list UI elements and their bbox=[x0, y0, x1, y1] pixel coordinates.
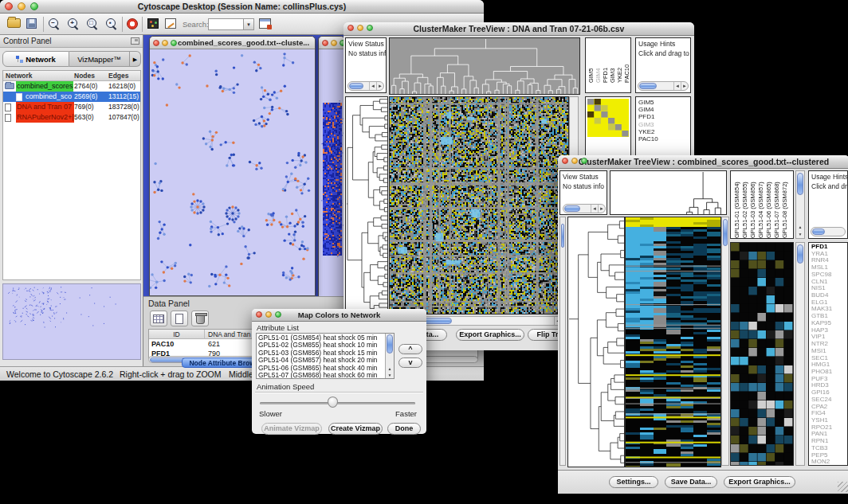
network-view2-canvas[interactable] bbox=[319, 49, 344, 300]
zoom-fit-icon[interactable]: □ bbox=[87, 18, 99, 30]
search-dropdown-button[interactable]: ▼ bbox=[244, 18, 254, 30]
map-dialog-titlebar[interactable]: Map Colors to Network bbox=[252, 309, 426, 322]
tv2-heatmap-vscrollbar[interactable] bbox=[721, 217, 729, 466]
minimize-button[interactable] bbox=[571, 158, 578, 164]
network-overview-icon[interactable] bbox=[147, 18, 159, 29]
scroll-down-arrow[interactable]: ▼ bbox=[796, 232, 804, 236]
close-button[interactable] bbox=[256, 311, 262, 318]
zoom-button[interactable] bbox=[275, 311, 281, 318]
network-row[interactable]: RNAPuberNov2+|563(0)107847(0) bbox=[3, 112, 140, 123]
tv2-labels-vscrollbar[interactable]: ▲ ▼ bbox=[795, 170, 805, 239]
resize-grip[interactable] bbox=[838, 482, 848, 492]
network-row[interactable]: combined_scores_2764(0)16218(0) bbox=[3, 81, 140, 92]
zoom-button[interactable] bbox=[581, 158, 587, 164]
birdseye-canvas[interactable] bbox=[3, 284, 140, 359]
scrollbar-thumb[interactable] bbox=[639, 83, 657, 89]
scrollbar-thumb[interactable] bbox=[561, 224, 564, 248]
tv1-column-dendrogram[interactable] bbox=[389, 37, 580, 95]
network-row[interactable]: DNA and Tran 07769(0)183728(0) bbox=[3, 102, 140, 112]
network-table-header[interactable]: Network Nodes Edges bbox=[3, 71, 140, 81]
tab-overflow-arrow[interactable]: ▶ bbox=[130, 51, 141, 67]
scrollbar-thumb[interactable] bbox=[812, 229, 825, 235]
gene-list[interactable]: PFD1YRA1RNR4MSL1SPC98CLN1NIS1BUD4ELG1MAK… bbox=[811, 244, 847, 466]
tv1-heatmap[interactable] bbox=[389, 96, 569, 315]
scrollbar-thumb[interactable] bbox=[797, 173, 803, 195]
zoom-button[interactable] bbox=[30, 2, 38, 10]
network-view-titlebar[interactable]: combined_scores_good.txt--cluste... bbox=[150, 37, 315, 49]
attribute-list[interactable]: GPL51-01 (GSM854) heat shock 05 minGPL51… bbox=[256, 333, 395, 379]
scroll-down-arrow[interactable]: ▼ bbox=[386, 373, 394, 377]
tv2-status-hscrollbar[interactable]: ◄ ► bbox=[563, 204, 606, 213]
tv1-export-graphics-button[interactable]: Export Graphics... bbox=[456, 329, 524, 341]
zoom-button[interactable] bbox=[171, 40, 177, 46]
scrollbar-thumb[interactable] bbox=[349, 83, 363, 89]
close-button[interactable] bbox=[153, 40, 159, 46]
help-lifesaver-icon[interactable] bbox=[127, 18, 138, 29]
tv2-zoom-heatmap[interactable] bbox=[731, 243, 793, 465]
annotation-icon[interactable] bbox=[165, 18, 176, 29]
close-button[interactable] bbox=[347, 25, 354, 31]
zoom-button[interactable] bbox=[367, 25, 373, 31]
network-birdseye-view[interactable] bbox=[2, 283, 141, 360]
scrollbar-thumb[interactable] bbox=[387, 334, 393, 354]
minimize-button[interactable] bbox=[331, 40, 337, 46]
network-row[interactable]: combined_sco2569(6)13112(15) bbox=[3, 92, 140, 102]
tv2-save-data-button[interactable]: Save Data... bbox=[665, 476, 717, 488]
zoom-selected-icon[interactable]: ▪ bbox=[106, 18, 118, 30]
new-attribute-button[interactable] bbox=[171, 311, 188, 326]
gene-label[interactable]: MON2 bbox=[811, 459, 847, 466]
scrollbar-thumb[interactable] bbox=[564, 205, 580, 212]
tv1-usage-hscrollbar[interactable]: ◄ ► bbox=[638, 81, 689, 91]
tv1-row-dendrogram[interactable] bbox=[345, 96, 388, 315]
scroll-left-arrow[interactable]: ◄ bbox=[369, 82, 376, 90]
scroll-up-arrow[interactable]: ▲ bbox=[796, 225, 804, 229]
tv2-export-graphics-button[interactable]: Export Graphics... bbox=[724, 476, 795, 488]
scrollbar-thumb[interactable] bbox=[723, 219, 728, 246]
close-button[interactable] bbox=[5, 2, 13, 10]
float-panel-icon[interactable] bbox=[131, 37, 139, 45]
attribute-item[interactable]: GPL51-07 (GSM868) heat shock 60 min bbox=[258, 372, 384, 379]
scroll-up-arrow[interactable]: ▲ bbox=[386, 366, 394, 371]
minimize-button[interactable] bbox=[18, 2, 26, 10]
treeview2-titlebar[interactable]: ClusterMaker TreeView : combined_scores_… bbox=[558, 155, 848, 169]
tv1-zoom-heatmap[interactable] bbox=[587, 99, 629, 137]
close-button[interactable] bbox=[562, 158, 568, 164]
move-up-button[interactable]: ^ bbox=[398, 344, 422, 354]
tv1-status-hscrollbar[interactable]: ◄ ► bbox=[347, 81, 384, 91]
attribute-select-button[interactable] bbox=[150, 311, 167, 326]
tv2-usage-hscrollbar[interactable] bbox=[811, 227, 846, 236]
slider-thumb[interactable] bbox=[328, 397, 338, 408]
close-button[interactable] bbox=[322, 40, 328, 46]
scroll-left-arrow[interactable]: ◄ bbox=[591, 205, 598, 213]
minimize-button[interactable] bbox=[357, 25, 363, 31]
create-vizmap-button[interactable]: Create Vizmap bbox=[328, 423, 383, 435]
network-view2-titlebar[interactable] bbox=[319, 37, 344, 49]
tab-network[interactable]: Network bbox=[2, 51, 69, 67]
scrollbar-thumb[interactable] bbox=[797, 244, 803, 264]
animate-vizmap-button[interactable]: Animate Vizmap bbox=[261, 423, 322, 435]
minimize-button[interactable] bbox=[162, 40, 168, 46]
done-button[interactable]: Done bbox=[387, 423, 421, 435]
search-input[interactable] bbox=[208, 18, 244, 30]
attribute-list-vscrollbar[interactable]: ▲ ▼ bbox=[385, 334, 394, 378]
main-titlebar[interactable]: Cytoscape Desktop (Session Name: collins… bbox=[0, 0, 484, 14]
network-graph-canvas[interactable] bbox=[150, 49, 315, 295]
minimize-button[interactable] bbox=[265, 311, 272, 318]
tv2-zoom-vscrollbar[interactable] bbox=[795, 242, 805, 466]
scroll-right-arrow[interactable]: ► bbox=[681, 82, 688, 90]
delete-attribute-button[interactable] bbox=[191, 311, 209, 326]
scroll-right-arrow[interactable]: ► bbox=[598, 205, 605, 213]
window-controls[interactable] bbox=[5, 2, 38, 10]
save-session-icon[interactable] bbox=[26, 18, 37, 29]
tv2-row-dendrogram[interactable] bbox=[567, 217, 625, 467]
tv2-heatmap[interactable] bbox=[625, 217, 721, 467]
open-session-icon[interactable] bbox=[7, 18, 21, 28]
zoom-in-icon[interactable]: + bbox=[68, 18, 80, 30]
zoom-out-icon[interactable]: − bbox=[49, 18, 61, 30]
tv2-column-dendrogram[interactable] bbox=[610, 171, 726, 214]
scroll-right-arrow[interactable]: ► bbox=[376, 82, 383, 90]
treeview1-titlebar[interactable]: ClusterMaker TreeView : DNA and Tran 07-… bbox=[344, 22, 694, 36]
tab-vizmapper[interactable]: VizMapper™ bbox=[69, 51, 130, 67]
tv2-dendrogram-vscrollbar[interactable] bbox=[559, 217, 566, 466]
scroll-left-arrow[interactable]: ◄ bbox=[673, 82, 681, 90]
